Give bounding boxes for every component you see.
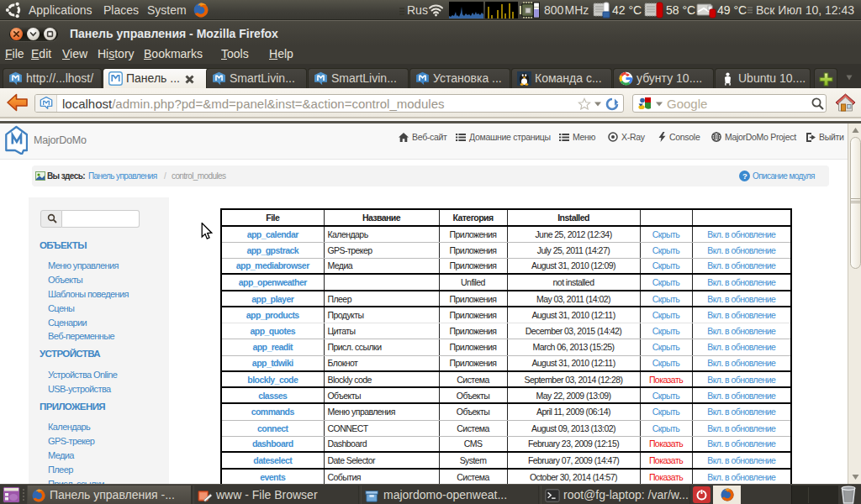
svg-text:?: ? xyxy=(742,171,747,181)
